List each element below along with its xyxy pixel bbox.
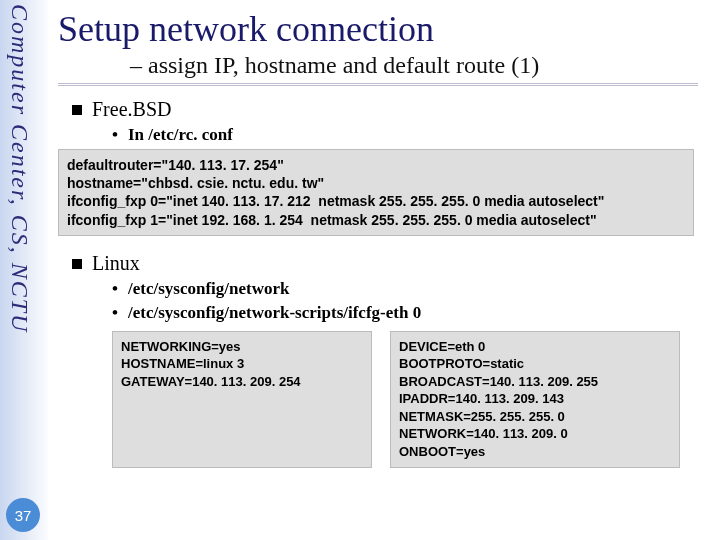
sidebar-label: Computer Center, CS, NCTU — [6, 4, 33, 333]
section-freebsd: Free.BSD — [72, 98, 716, 121]
linux-network-code: NETWORKING=yes HOSTNAME=linux 3 GATEWAY=… — [112, 331, 372, 468]
linux-ifcfg-code: DEVICE=eth 0 BOOTPROTO=static BROADCAST=… — [390, 331, 680, 468]
linux-sub1: /etc/sysconfig/network — [112, 279, 716, 299]
freebsd-code: defaultrouter="140. 113. 17. 254" hostna… — [58, 149, 694, 236]
section-freebsd-label: Free.BSD — [92, 98, 171, 120]
square-bullet-icon — [72, 105, 82, 115]
slide-content: Setup network connection – assign IP, ho… — [58, 0, 716, 540]
slide-subtitle: – assign IP, hostname and default route … — [130, 52, 716, 79]
section-linux-label: Linux — [92, 252, 140, 274]
page-number: 37 — [6, 498, 40, 532]
slide-title: Setup network connection — [58, 8, 716, 50]
sidebar: Computer Center, CS, NCTU 37 — [0, 0, 48, 540]
square-bullet-icon — [72, 259, 82, 269]
freebsd-sub: In /etc/rc. conf — [112, 125, 716, 145]
section-linux: Linux — [72, 252, 716, 275]
title-rule — [58, 83, 698, 86]
linux-sub2: /etc/sysconfig/network-scripts/ifcfg-eth… — [112, 303, 716, 323]
linux-code-columns: NETWORKING=yes HOSTNAME=linux 3 GATEWAY=… — [112, 331, 716, 468]
